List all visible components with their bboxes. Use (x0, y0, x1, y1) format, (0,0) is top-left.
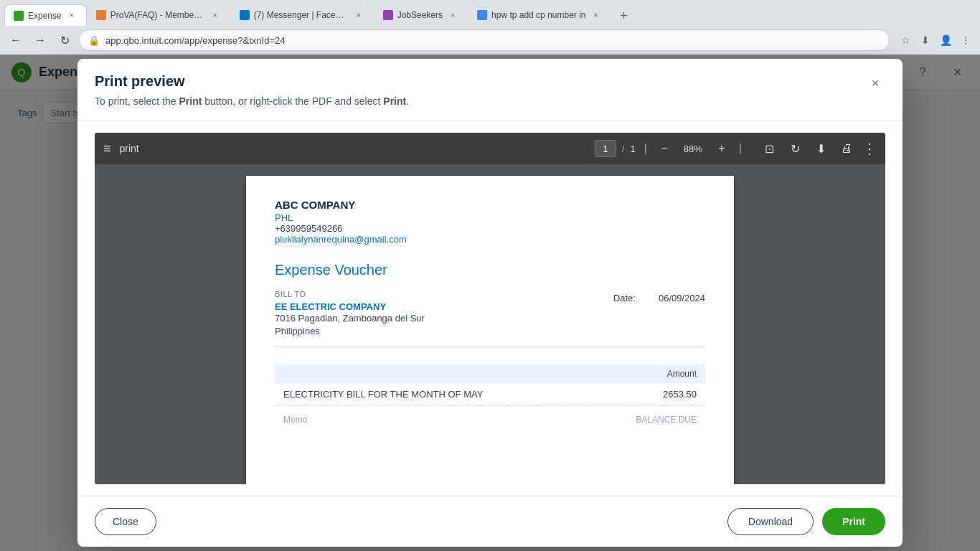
pdf-more-options-icon[interactable]: ⋮ (862, 140, 877, 157)
doc-company-name: ABC COMPANY (275, 199, 705, 211)
pdf-download-icon[interactable]: ⬇ (811, 138, 831, 159)
modal-overlay: Print preview To print, select the Print… (0, 55, 980, 551)
doc-bottom-row: Memo BALANCE DUE (275, 412, 705, 428)
url-text: app.qbo.intuit.com/app/expense?&txnId=24 (105, 35, 285, 46)
app-background: Q Expense 🖥 Take a tour ⚙ ? ✕ Tags Print… (0, 55, 980, 551)
new-tab-button[interactable]: + (614, 6, 634, 26)
print-preview-modal: Print preview To print, select the Print… (77, 59, 903, 547)
profile-icon[interactable]: 👤 (937, 32, 954, 49)
print-button[interactable]: Print (822, 508, 885, 535)
doc-date-label: Date: (613, 293, 636, 303)
doc-date-section: Date: 06/09/2024 (613, 293, 705, 303)
tab-title-messenger: (7) Messenger | Facebook (254, 10, 349, 20)
doc-memo-label: Memo (283, 415, 307, 425)
tab-favicon-messenger (240, 10, 250, 20)
tab-favicon-jobseekers (383, 10, 393, 20)
pdf-divider1: | (644, 142, 647, 155)
menu-icon[interactable]: ⋮ (957, 32, 974, 49)
doc-bill-to-label: BILL TO (275, 290, 425, 298)
print-bold1: Print (179, 95, 202, 107)
doc-bill-to-name: EE ELECTRIC COMPANY (275, 301, 425, 312)
tab-title-expense: Expense (28, 11, 62, 21)
doc-row-description: ELECTRICITY BILL FOR THE MONTH OF MAY (283, 389, 483, 400)
doc-row-amount: 2653.50 (663, 389, 697, 400)
modal-footer: Close Download Print (77, 496, 903, 547)
modal-body: ≡ print / 1 | − 88% + | ⊡ (77, 121, 903, 496)
doc-divider1 (275, 347, 705, 347)
modal-title: Print preview (95, 73, 409, 90)
pdf-rotate-icon[interactable]: ↻ (785, 138, 805, 159)
tab-close-jobseekers[interactable]: × (447, 9, 458, 21)
doc-email: pluklialynanrequina@gmail.com (275, 234, 705, 245)
modal-footer-right: Download Print (727, 508, 885, 535)
tab-bar: Expense × ProVA(FAQ) - Member - T... × (… (0, 0, 980, 26)
close-button[interactable]: Close (95, 508, 156, 535)
tab-expense[interactable]: Expense × (4, 4, 87, 26)
tab-title-prova: ProVA(FAQ) - Member - T... (110, 10, 205, 20)
pdf-toolbar-right: ⊡ ↻ ⬇ 🖨 ⋮ (759, 138, 877, 159)
download-icon[interactable]: ⬇ (917, 32, 934, 49)
back-button[interactable]: ← (6, 30, 26, 50)
pdf-toolbar: ≡ print / 1 | − 88% + | ⊡ (95, 133, 885, 164)
pdf-menu-icon[interactable]: ≡ (103, 141, 111, 156)
doc-date-value: 06/09/2024 (659, 293, 705, 303)
download-button[interactable]: Download (727, 508, 814, 535)
pdf-zoom-value: 88% (679, 143, 707, 154)
doc-phone: +639959549266 (275, 223, 705, 234)
modal-subtitle: To print, select the Print button, or ri… (95, 94, 409, 109)
doc-balance-due-label: BALANCE DUE (636, 415, 697, 425)
tab-close-messenger[interactable]: × (353, 9, 364, 21)
subtitle-text2: button, or right-click the PDF and selec… (202, 95, 383, 107)
tab-favicon-expense (14, 11, 24, 21)
lock-icon: 🔒 (88, 35, 100, 46)
browser-toolbar-icons: ☆ ⬇ 👤 ⋮ (897, 32, 974, 49)
doc-country: PHL (275, 212, 705, 223)
tab-close-google[interactable]: × (590, 9, 602, 21)
pdf-preview-container: ≡ print / 1 | − 88% + | ⊡ (95, 133, 885, 484)
doc-bill-address-line1: 7016 Pagadian, Zamboanga del Sur (275, 312, 425, 325)
subtitle-text1: To print, select the (95, 95, 179, 107)
modal-header: Print preview To print, select the Print… (77, 59, 903, 121)
forward-button[interactable]: → (30, 30, 50, 50)
tab-close-prova[interactable]: × (209, 9, 221, 21)
tab-messenger[interactable]: (7) Messenger | Facebook × (230, 4, 374, 26)
pdf-zoom-out-button[interactable]: − (656, 140, 673, 157)
address-bar-row: ← → ↻ 🔒 app.qbo.intuit.com/app/expense?&… (0, 26, 980, 55)
tab-favicon-google (477, 10, 487, 20)
pdf-page-separator: / (622, 143, 625, 154)
tab-close-expense[interactable]: × (66, 10, 77, 22)
tab-title-google: hpw tp add cp number in (491, 10, 585, 20)
pdf-fit-page-icon[interactable]: ⊡ (759, 138, 779, 159)
subtitle-end: . (406, 95, 409, 107)
doc-table-header: Amount (275, 364, 705, 383)
tab-prova[interactable]: ProVA(FAQ) - Member - T... × (87, 4, 230, 26)
pdf-divider2: | (739, 142, 742, 155)
doc-amount-header: Amount (667, 369, 697, 379)
pdf-title: print (120, 143, 139, 154)
doc-bill-to-section: BILL TO EE ELECTRIC COMPANY 7016 Pagadia… (275, 290, 425, 338)
tab-google[interactable]: hpw tp add cp number in × (468, 4, 611, 26)
tab-favicon-prova (96, 10, 106, 20)
pdf-page-controls: / 1 (595, 140, 636, 157)
doc-bill-address-line2: Philippines (275, 325, 425, 338)
doc-voucher-title: Expense Voucher (275, 262, 705, 278)
modal-header-content: Print preview To print, select the Print… (95, 73, 409, 109)
tab-title-jobseekers: JobSeekers (397, 10, 443, 20)
bookmark-icon[interactable]: ☆ (897, 32, 914, 49)
modal-close-button[interactable]: × (865, 73, 885, 93)
pdf-content-area[interactable]: ABC COMPANY PHL +639959549266 pluklialyn… (95, 164, 885, 484)
reload-button[interactable]: ↻ (55, 30, 75, 50)
tab-jobseekers[interactable]: JobSeekers × (374, 4, 468, 26)
print-bold2: Print (383, 95, 406, 107)
pdf-page-input[interactable] (595, 140, 616, 157)
doc-bill-date-row: BILL TO EE ELECTRIC COMPANY 7016 Pagadia… (275, 290, 705, 338)
doc-table-row: ELECTRICITY BILL FOR THE MONTH OF MAY 26… (275, 383, 705, 406)
pdf-print-icon[interactable]: 🖨 (837, 138, 857, 159)
browser-chrome: Expense × ProVA(FAQ) - Member - T... × (… (0, 0, 980, 55)
pdf-page: ABC COMPANY PHL +639959549266 pluklialyn… (246, 176, 734, 484)
pdf-zoom-in-button[interactable]: + (713, 140, 730, 157)
pdf-total-pages: 1 (630, 143, 635, 154)
address-bar[interactable]: 🔒 app.qbo.intuit.com/app/expense?&txnId=… (79, 29, 890, 51)
